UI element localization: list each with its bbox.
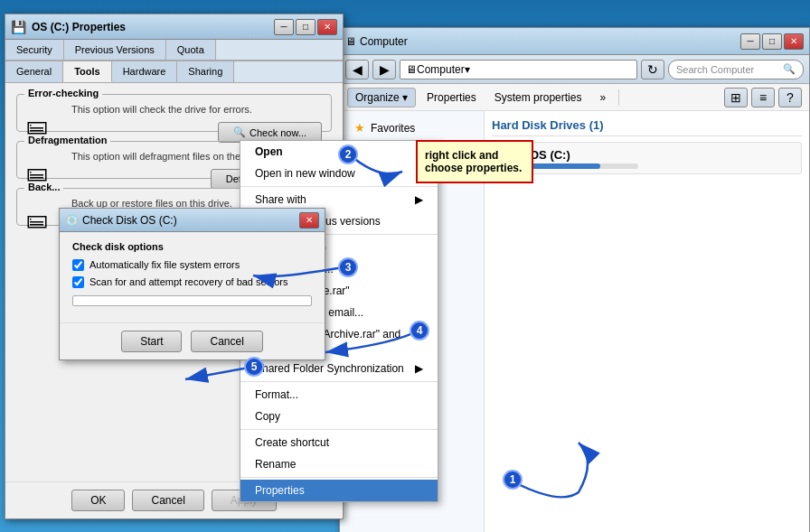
favorites-icon: ★ xyxy=(354,121,365,135)
search-bar[interactable]: Search Computer 🔍 xyxy=(668,60,804,79)
ctx-share-with-label: Share with xyxy=(255,193,306,206)
drive-bar-fill xyxy=(530,163,600,169)
step-badge-5: 5 xyxy=(244,357,264,377)
help-button[interactable]: ? xyxy=(778,88,802,107)
tab-quota[interactable]: Quota xyxy=(166,40,216,60)
checkdisk-progress-bar xyxy=(72,295,312,306)
address-caret: ▾ xyxy=(465,63,470,76)
step-badge-3: 3 xyxy=(338,257,358,277)
drive-os-c[interactable]: 💽 OS (C:) xyxy=(492,142,802,174)
organize-button[interactable]: Organize ▾ xyxy=(347,88,416,107)
callout-box: right click and choose properties. xyxy=(416,140,533,183)
props-maximize-btn[interactable]: □ xyxy=(296,19,316,35)
error-checking-section: Error-checking 🖴 This option will check … xyxy=(16,94,332,132)
tab-general[interactable]: General xyxy=(5,61,63,82)
backup-label: Back... xyxy=(24,182,63,192)
ctx-shared-arrow: ▶ xyxy=(415,362,423,375)
explorer-minimize-btn[interactable]: ─ xyxy=(740,33,760,50)
ctx-create-shortcut[interactable]: Create shortcut xyxy=(240,432,438,453)
check-now-icon: 🔍 xyxy=(233,126,246,138)
ctx-shared-folder-label: Shared Folder Synchronization xyxy=(255,362,404,375)
error-checking-label: Error-checking xyxy=(24,88,102,98)
backup-icon: 🖴 xyxy=(26,207,48,232)
check-now-label: Check now... xyxy=(250,127,306,138)
properties-toolbar-button[interactable]: Properties xyxy=(419,88,484,107)
checkdisk-checkbox-row-2: Scan for and attempt recovery of bad sec… xyxy=(72,276,312,288)
toolbar-separator xyxy=(618,89,619,106)
system-properties-button[interactable]: System properties xyxy=(487,88,589,107)
view-controls: ⊞ ≡ ? xyxy=(724,88,802,107)
ctx-open-new-window[interactable]: Open in new window xyxy=(240,163,438,184)
error-checking-desc: This option will check the drive for err… xyxy=(71,104,322,115)
scan-recovery-label: Scan for and attempt recovery of bad sec… xyxy=(89,276,288,287)
ctx-open-label: Open xyxy=(255,145,283,158)
checkdisk-footer: Start Cancel xyxy=(60,322,325,359)
explorer-toolbar: Organize ▾ Properties System properties … xyxy=(340,84,809,111)
ctx-open-new-window-label: Open in new window xyxy=(255,167,355,180)
hdd-section-header: Hard Disk Drives (1) xyxy=(492,118,802,136)
view-list-button[interactable]: ≡ xyxy=(751,88,775,107)
step-badge-4: 4 xyxy=(410,321,429,341)
address-text: Computer xyxy=(417,63,465,76)
ctx-rename-label: Rename xyxy=(255,458,296,471)
ctx-sep-3 xyxy=(240,381,438,382)
drive-bar-container xyxy=(530,163,638,169)
ctx-format-label: Format... xyxy=(255,388,298,401)
address-bar[interactable]: 🖥 Computer ▾ xyxy=(400,60,637,79)
tab-hardware[interactable]: Hardware xyxy=(112,61,178,82)
props-minimize-btn[interactable]: ─ xyxy=(274,19,294,35)
hdd-title-icon: 💾 xyxy=(11,20,26,34)
checkdisk-content: Check disk options Automatically fix fil… xyxy=(60,232,325,322)
explorer-title: Computer xyxy=(360,35,739,48)
ctx-copy[interactable]: Copy xyxy=(240,406,438,427)
properties-titlebar[interactable]: 💾 OS (C:) Properties ─ □ ✕ xyxy=(5,14,343,40)
step-badge-2: 2 xyxy=(338,145,358,164)
forward-button[interactable]: ▶ xyxy=(372,60,396,79)
scan-recovery-checkbox[interactable] xyxy=(72,276,84,288)
view-icons-button[interactable]: ⊞ xyxy=(724,88,748,107)
refresh-button[interactable]: ↻ xyxy=(641,60,664,79)
ctx-sep-4 xyxy=(240,429,438,430)
drive-name: OS (C:) xyxy=(530,148,638,162)
search-placeholder: Search Computer xyxy=(676,64,754,75)
checkdisk-titlebar[interactable]: 💿 Check Disk OS (C:) ✕ xyxy=(60,209,325,232)
ctx-properties-label: Properties xyxy=(255,484,305,497)
ctx-create-shortcut-label: Create shortcut xyxy=(255,436,329,449)
callout-text: right click and choose properties. xyxy=(425,149,522,174)
tab-previous-versions[interactable]: Previous Versions xyxy=(64,40,166,60)
checkdisk-checkbox-row-1: Automatically fix file system errors xyxy=(72,259,312,271)
checkdisk-options-label: Check disk options xyxy=(72,241,312,252)
explorer-close-btn[interactable]: ✕ xyxy=(784,33,804,50)
auto-fix-checkbox[interactable] xyxy=(72,259,84,271)
props-tabs: Security Previous Versions Quota xyxy=(5,40,343,61)
checkdisk-dialog: 💿 Check Disk OS (C:) ✕ Check disk option… xyxy=(59,208,325,360)
ctx-properties[interactable]: Properties xyxy=(240,480,438,501)
tab-security[interactable]: Security xyxy=(5,40,64,60)
checkdisk-cancel-button[interactable]: Cancel xyxy=(191,331,262,352)
ctx-format[interactable]: Format... xyxy=(240,384,438,406)
ctx-shared-folder[interactable]: Shared Folder Synchronization ▶ xyxy=(240,358,438,379)
explorer-maximize-btn[interactable]: □ xyxy=(762,33,782,50)
properties-title: OS (C:) Properties xyxy=(32,21,272,33)
more-toolbar-button[interactable]: » xyxy=(592,88,613,107)
checkdisk-start-button[interactable]: Start xyxy=(121,331,182,352)
ctx-sep-5 xyxy=(240,477,438,478)
drive-info: OS (C:) xyxy=(530,148,638,169)
props-tabs-row2: General Tools Hardware Sharing xyxy=(5,61,343,83)
props-close-btn[interactable]: ✕ xyxy=(317,19,337,35)
search-icon: 🔍 xyxy=(783,63,796,75)
props-cancel-button[interactable]: Cancel xyxy=(132,490,203,511)
tab-sharing[interactable]: Sharing xyxy=(177,61,234,82)
ctx-copy-label: Copy xyxy=(255,410,280,423)
ctx-rename[interactable]: Rename xyxy=(240,453,438,475)
back-button[interactable]: ◀ xyxy=(345,60,369,79)
ctx-sep-1 xyxy=(240,186,438,187)
explorer-titlebar[interactable]: 🖥 Computer ─ □ ✕ xyxy=(340,28,809,55)
ctx-share-arrow: ▶ xyxy=(415,193,423,206)
checkdisk-icon: 💿 xyxy=(65,214,79,227)
explorer-icon: 🖥 xyxy=(345,35,356,48)
props-ok-button[interactable]: OK xyxy=(71,490,125,511)
tab-tools[interactable]: Tools xyxy=(63,61,112,82)
checkdisk-close-btn[interactable]: ✕ xyxy=(299,212,319,229)
sidebar-favorites-header[interactable]: ★ Favorites xyxy=(340,118,484,137)
